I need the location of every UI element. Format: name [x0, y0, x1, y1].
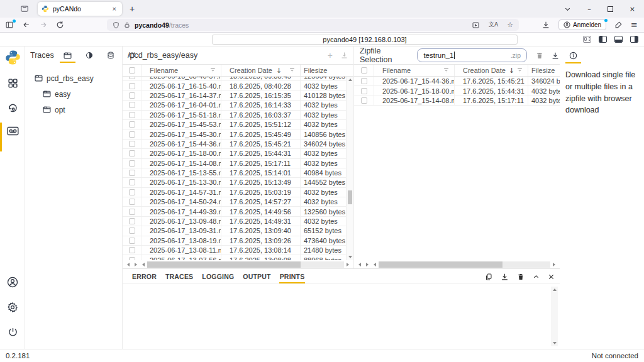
translate-icon[interactable]: 文A	[489, 21, 498, 29]
scroll-right-icon[interactable]	[553, 263, 555, 266]
log-tab[interactable]: LOGGING	[197, 270, 238, 283]
scroll-left-icon[interactable]	[142, 263, 145, 266]
row-checkbox[interactable]	[129, 238, 135, 244]
info-tab-icon[interactable]	[565, 50, 581, 62]
reload-icon[interactable]	[56, 21, 64, 29]
table-row[interactable]: 2025-06-17_15-14-08.mf4 17.6.2025, 15:17…	[123, 159, 353, 168]
table-row[interactable]: 2025-06-17_13-09-31.mf4 17.6.2025, 13:09…	[123, 226, 353, 236]
table-row[interactable]: 2025-06-17_15-14-08.mf4 17.6.2025, 15:17…	[354, 96, 560, 106]
vertical-scrollbar[interactable]	[551, 287, 558, 346]
maximize-icon[interactable]	[608, 6, 613, 12]
scroll-left-icon[interactable]	[374, 263, 376, 266]
extensions-icon[interactable]	[614, 21, 623, 29]
filter-icon[interactable]	[289, 67, 296, 74]
table-row[interactable]: 2025-06-17_15-13-55.mf4 17.6.2025, 15:14…	[123, 168, 353, 178]
row-checkbox[interactable]	[129, 160, 135, 167]
user-icon[interactable]	[0, 277, 25, 288]
collapse-panel-icon[interactable]	[533, 273, 540, 280]
row-checkbox[interactable]	[129, 102, 135, 108]
row-checkbox[interactable]	[129, 199, 135, 205]
copy-icon[interactable]	[485, 273, 492, 281]
row-checkbox[interactable]	[129, 179, 135, 185]
log-tab[interactable]: TRACES	[161, 270, 197, 283]
scroll-right-icon[interactable]	[366, 263, 369, 266]
sort-desc-icon[interactable]: ↓	[276, 67, 282, 75]
table-row[interactable]: 2025-06-17_15-45-53.mf4 17.6.2025, 15:51…	[123, 120, 353, 129]
filter-icon[interactable]	[209, 67, 216, 74]
layout-right-panel-icon[interactable]	[630, 36, 638, 43]
table-row[interactable]: 2025-06-17_14-50-24.mf4 17.6.2025, 14:57…	[123, 197, 353, 207]
scroll-down-icon[interactable]	[553, 342, 557, 344]
row-checkbox[interactable]	[129, 112, 135, 118]
row-checkbox[interactable]	[129, 170, 135, 176]
table-row[interactable]: 2025-06-17_15-44-36.mf4 17.6.2025, 15:45…	[123, 140, 353, 149]
filter-icon[interactable]	[443, 67, 450, 74]
sort-desc-icon[interactable]: ↓	[509, 67, 514, 75]
table-row[interactable]: 2025-06-17_13-09-48.mf4 17.6.2025, 14:49…	[123, 217, 353, 226]
log-content[interactable]	[123, 284, 560, 349]
table-row[interactable]: 2025-06-17_13-08-11.mf4 17.6.2025, 13:08…	[123, 246, 353, 255]
settings-gear-icon[interactable]	[0, 302, 25, 313]
clear-log-trash-icon[interactable]	[517, 273, 525, 281]
scroll-up-icon[interactable]	[553, 288, 557, 291]
log-tab[interactable]: PRINTS	[275, 270, 309, 283]
row-checkbox[interactable]	[129, 92, 135, 99]
dashboard-icon[interactable]	[0, 78, 25, 89]
row-checkbox[interactable]	[129, 218, 135, 224]
signin-button[interactable]: Anmelden	[558, 19, 606, 30]
back-icon[interactable]	[22, 21, 31, 29]
database-icon[interactable]	[104, 50, 117, 61]
lock-icon[interactable]	[124, 21, 130, 29]
table-row[interactable]: 2025-06-17_15-18-00.mf4 17.6.2025, 15:44…	[354, 86, 560, 96]
tab-close-icon[interactable]: ×	[111, 5, 118, 13]
row-checkbox[interactable]	[129, 131, 135, 138]
table-row[interactable]: 2025-06-17_13-08-19.mf4 17.6.2025, 13:09…	[123, 236, 353, 246]
shield-icon[interactable]	[113, 21, 119, 29]
scroll-down-icon[interactable]	[348, 256, 352, 258]
filter-icon[interactable]	[516, 67, 523, 74]
scroll-up-icon[interactable]	[348, 79, 352, 81]
table-row[interactable]: 2025-06-17_16-04-01.mf4 17.6.2025, 16:14…	[123, 101, 353, 110]
row-checkbox[interactable]	[129, 121, 135, 128]
tree-node[interactable]: opt	[25, 102, 122, 118]
table-row[interactable]: 2025-06-17_15-45-30.mf4 17.6.2025, 15:45…	[123, 129, 353, 139]
download-zip-icon[interactable]	[551, 52, 560, 60]
scrollbar-thumb[interactable]	[147, 261, 301, 268]
table-row[interactable]: 2025-06-17_15-51-18.mf4 17.6.2025, 16:03…	[123, 111, 353, 120]
sidebar-toggle-icon[interactable]	[5, 21, 14, 29]
log-tab[interactable]: OUTPUT	[238, 270, 275, 283]
horizontal-scrollbar[interactable]	[123, 260, 353, 268]
select-all-checkbox[interactable]	[129, 67, 135, 74]
clear-selection-trash-icon[interactable]	[536, 52, 543, 60]
scroll-left-icon[interactable]	[127, 263, 130, 266]
row-checkbox[interactable]	[129, 83, 135, 89]
table-row[interactable]: 2025-06-17_16-15-40.mf4 18.6.2025, 08:40…	[123, 81, 353, 90]
table-row[interactable]: 2025-06-17_15-44-36.mf4 17.6.2025, 15:45…	[354, 77, 560, 86]
save-page-icon[interactable]	[472, 21, 480, 29]
tree-node[interactable]: easy	[25, 86, 122, 102]
row-checkbox[interactable]	[129, 150, 135, 156]
menu-hamburger-icon[interactable]: ≡	[631, 20, 638, 30]
tab-list-chevron-icon[interactable]	[564, 6, 571, 13]
scroll-left-icon[interactable]	[358, 263, 361, 266]
browser-tab[interactable]: pyCANdo ×	[38, 2, 122, 16]
firefox-view-icon[interactable]	[20, 4, 29, 13]
vertical-scrollbar[interactable]	[346, 77, 353, 260]
scrollbar-thumb[interactable]	[348, 190, 352, 204]
download-log-icon[interactable]	[501, 273, 509, 281]
download-button[interactable]	[340, 52, 348, 59]
row-checkbox[interactable]	[129, 228, 135, 234]
table-row[interactable]: 2025-06-17_15-13-30.mf4 17.6.2025, 15:13…	[123, 178, 353, 187]
folder-view-tab-icon[interactable]	[61, 50, 74, 61]
scroll-right-icon[interactable]	[347, 263, 349, 266]
scrollbar-thumb[interactable]	[379, 261, 502, 268]
pie-usage-icon[interactable]	[83, 50, 96, 61]
traces-cassette-icon[interactable]	[0, 126, 25, 136]
table-row[interactable]: 2025-06-17_14-57-31.mf4 17.6.2025, 15:03…	[123, 188, 353, 197]
row-checkbox[interactable]	[361, 78, 367, 84]
tree-node[interactable]: pcd_rbs_easy	[25, 70, 122, 86]
log-tab[interactable]: ERROR	[128, 270, 161, 283]
power-icon[interactable]	[0, 327, 25, 337]
row-checkbox[interactable]	[129, 247, 135, 253]
table-row[interactable]: 2025-06-17_16-14-37.mf4 17.6.2025, 16:15…	[123, 91, 353, 101]
